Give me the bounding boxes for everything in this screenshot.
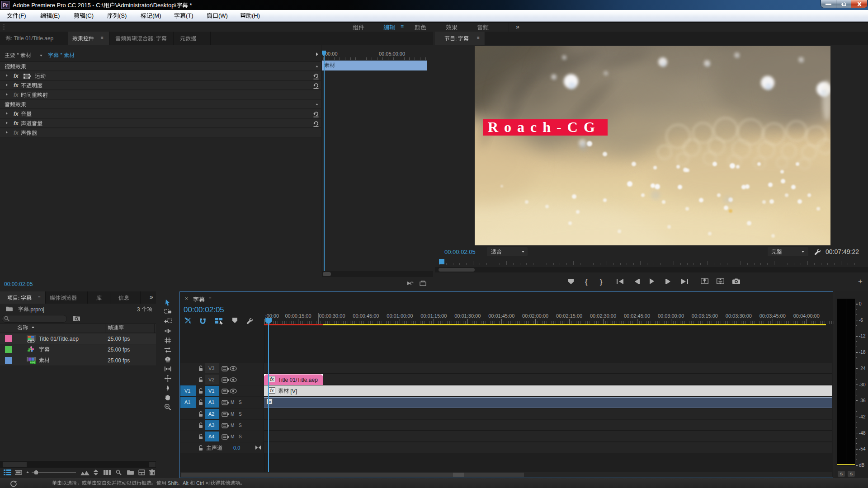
svg-text:Roach-CG: Roach-CG — [488, 119, 601, 135]
